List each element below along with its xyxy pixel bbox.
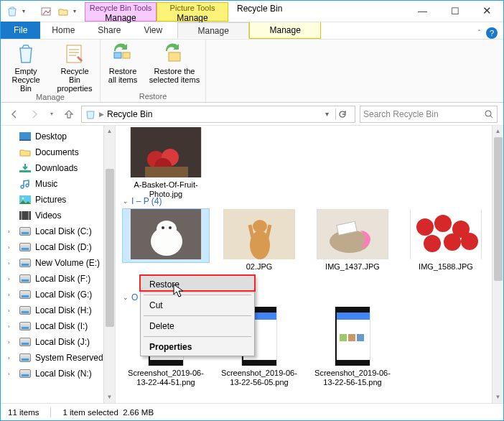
recycle-bin-icon[interactable] (5, 4, 19, 19)
tab-file[interactable]: File (1, 22, 40, 39)
expand-icon[interactable]: › (8, 244, 15, 251)
qa-dropdown-icon[interactable]: ▾ (22, 8, 29, 14)
breadcrumb-chevron-icon[interactable]: ▶ (99, 111, 104, 118)
nav-up-button[interactable] (61, 106, 77, 122)
recycle-bin-properties-button[interactable]: Recycle Bin properties (54, 42, 95, 93)
nav-forward-button[interactable] (27, 106, 42, 122)
tab-view[interactable]: View (132, 22, 174, 39)
group-header[interactable]: ⌄I – P (4) (123, 196, 162, 206)
file-thumbnail (317, 209, 388, 259)
svg-point-23 (169, 226, 172, 229)
breadcrumb-location[interactable]: Recycle Bin (107, 109, 152, 119)
restore-all-items-button[interactable]: Restore all items (105, 42, 141, 92)
qa-properties-icon[interactable] (39, 4, 53, 19)
file-thumbnail (130, 209, 202, 259)
help-icon[interactable]: ? (486, 27, 498, 39)
nav-back-button[interactable] (6, 106, 22, 122)
svg-point-34 (424, 235, 441, 252)
sidebar-item[interactable]: ›New Volume (E:) (1, 255, 115, 271)
search-box[interactable]: Search Recycle Bin (360, 106, 498, 123)
svg-rect-47 (348, 334, 355, 341)
file-item[interactable] (123, 209, 209, 262)
contextual-tab-recycle-bin-tools: Recycle Bin Tools Manage (85, 2, 157, 22)
scroll-down-icon[interactable]: ▼ (104, 392, 115, 403)
expand-icon[interactable]: › (8, 307, 15, 314)
scroll-down-icon[interactable]: ▼ (493, 392, 503, 403)
content-scroll-thumb[interactable] (494, 137, 503, 281)
tab-home[interactable]: Home (40, 22, 86, 39)
svg-rect-6 (19, 132, 31, 139)
sidebar-item[interactable]: Videos (1, 208, 115, 223)
group-chevron-icon[interactable]: ⌄ (123, 294, 129, 301)
scroll-up-icon[interactable]: ▲ (104, 126, 115, 137)
expand-icon[interactable]: › (8, 339, 15, 346)
expand-icon[interactable]: › (8, 355, 15, 361)
context-menu-restore[interactable]: Restore (141, 276, 254, 293)
sidebar-item[interactable]: ›Local Disk (F:) (1, 271, 115, 287)
nav-history-dropdown[interactable]: ▾ (47, 106, 57, 122)
file-thumbnail (130, 127, 202, 177)
svg-rect-2 (114, 52, 121, 58)
file-item[interactable]: IMG_1437.JPG (309, 209, 396, 272)
svg-rect-1 (67, 45, 81, 63)
picture-tools-label: Manage (157, 13, 228, 23)
sidebar-item[interactable]: ›Local Disk (G:) (1, 287, 115, 302)
file-item[interactable]: A-Basket-Of-Fruit-Photo.jpg (123, 127, 209, 199)
qa-new-folder-icon[interactable] (56, 4, 70, 19)
sidebar-item[interactable]: ›Local Disk (C:) (1, 223, 115, 239)
sidebar-item-label: Pictures (35, 195, 66, 205)
empty-recycle-bin-button[interactable]: Empty Recycle Bin (5, 42, 47, 93)
sidebar-item[interactable]: Desktop (1, 129, 115, 144)
expand-icon[interactable]: › (8, 228, 15, 235)
address-bar[interactable]: ▶ Recycle Bin ▾ (81, 106, 355, 123)
sidebar-item[interactable]: ›Local Disk (N:) (1, 366, 115, 381)
sidebar-item[interactable]: Pictures (1, 192, 115, 208)
window-controls: — ☐ ✕ (406, 1, 503, 22)
expand-icon[interactable]: › (8, 260, 15, 267)
tab-share[interactable]: Share (86, 22, 132, 39)
collapse-ribbon-icon[interactable]: ˆ (474, 29, 485, 37)
context-menu-delete[interactable]: Delete (141, 318, 254, 335)
qa-customize-icon[interactable]: ▾ (73, 8, 80, 14)
separator (50, 407, 51, 417)
sidebar-scrollbar[interactable]: ▲▼ (103, 126, 115, 403)
expand-icon[interactable]: › (8, 276, 15, 282)
close-button[interactable]: ✕ (471, 1, 503, 21)
expand-icon[interactable]: › (8, 371, 15, 377)
maximize-button[interactable]: ☐ (439, 1, 471, 21)
refresh-button[interactable] (337, 109, 352, 119)
file-item[interactable]: 02.JPG (216, 209, 302, 272)
file-list[interactable]: ▲ ▼ Restore Cut Delete Properties A-Bask… (116, 126, 503, 403)
sidebar-item[interactable]: Documents (1, 144, 115, 160)
search-icon[interactable] (484, 109, 494, 119)
address-dropdown-icon[interactable]: ▾ (319, 110, 334, 118)
quick-access-toolbar: ▾ ▾ (1, 1, 85, 22)
sidebar-item[interactable]: Downloads (1, 160, 115, 176)
sidebar-item[interactable]: ›Local Disk (I:) (1, 318, 115, 334)
expand-icon[interactable]: › (8, 323, 15, 330)
tab-manage-recycle[interactable]: Manage (177, 22, 249, 39)
search-placeholder: Search Recycle Bin (363, 109, 484, 119)
sidebar-item[interactable]: ›Local Disk (D:) (1, 239, 115, 255)
sidebar-scroll-thumb[interactable] (106, 169, 114, 327)
sidebar-item-icon (19, 305, 31, 316)
sidebar-item[interactable]: ›Local Disk (J:) (1, 334, 115, 350)
context-menu-cut[interactable]: Cut (141, 297, 254, 314)
group-label: O (131, 292, 138, 302)
minimize-button[interactable]: — (406, 1, 439, 21)
contextual-tab-picture-tools: Picture Tools Manage (157, 2, 228, 22)
expand-icon[interactable]: › (8, 292, 15, 298)
sidebar-item[interactable]: ›Local Disk (H:) (1, 302, 115, 318)
file-item[interactable]: IMG_1588.JPG (403, 209, 489, 272)
file-item[interactable]: Screenshot_2019-06-13-22-56-15.png (309, 307, 396, 387)
scroll-up-icon[interactable]: ▲ (493, 126, 503, 137)
tab-manage-picture[interactable]: Manage (249, 22, 321, 39)
group-chevron-icon[interactable]: ⌄ (123, 198, 129, 205)
context-menu-properties[interactable]: Properties (141, 338, 254, 356)
sidebar-item[interactable]: ›System Reserved (1, 350, 115, 366)
svg-point-26 (253, 220, 267, 233)
restore-selected-items-button[interactable]: Restore the selected items (148, 42, 201, 92)
content-scrollbar[interactable]: ▲ ▼ (492, 126, 503, 403)
sidebar-item[interactable]: Music (1, 176, 115, 192)
group-header[interactable]: ⌄O (123, 292, 138, 302)
